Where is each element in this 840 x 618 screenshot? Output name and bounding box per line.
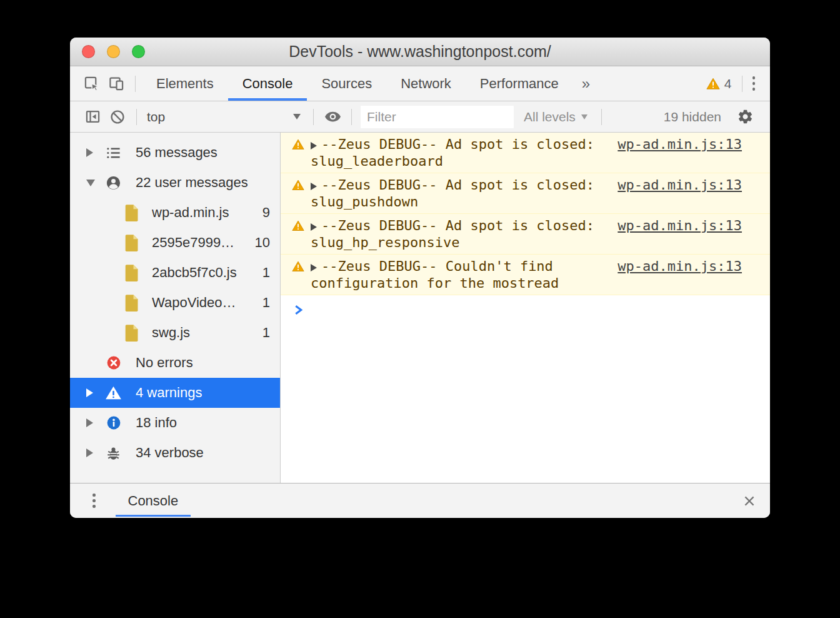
devtools-tab-bar: Elements Console Sources Network Perform…: [70, 66, 770, 101]
message-count: 9: [262, 205, 270, 221]
sidebar-item-label: 22 user messages: [136, 175, 270, 191]
message-text[interactable]: --Zeus DEBUG-- Ad spot is closed: slug_h…: [311, 217, 610, 251]
sidebar-item-label: 4 warnings: [136, 385, 270, 401]
console-warning-message[interactable]: --Zeus DEBUG-- Ad spot is closed: slug_p…: [281, 173, 770, 214]
close-drawer-button[interactable]: [742, 494, 756, 508]
message-count: 1: [262, 325, 270, 341]
tab-label: Network: [401, 76, 451, 92]
zoom-window-button[interactable]: [132, 45, 145, 58]
divider: [601, 109, 602, 125]
error-icon: [105, 355, 122, 371]
context-label: top: [147, 109, 165, 124]
source-link[interactable]: wp-ad.min.js:13: [618, 176, 742, 193]
sidebar-item-file[interactable]: WapoVideo… 1: [70, 288, 280, 318]
message-text[interactable]: --Zeus DEBUG-- Ad spot is closed: slug_p…: [311, 176, 610, 210]
expand-triangle-icon[interactable]: [311, 264, 317, 271]
tab-label: Performance: [480, 76, 559, 92]
console-sidebar-icon: [84, 108, 101, 125]
caret-down-icon[interactable]: [86, 180, 95, 186]
tab-performance[interactable]: Performance: [466, 66, 573, 101]
expand-triangle-icon[interactable]: [311, 223, 317, 231]
warning-count-badge[interactable]: 4: [702, 76, 736, 91]
sidebar-item-file[interactable]: 2595e7999… 10: [70, 228, 280, 258]
divider: [135, 76, 136, 92]
inspect-element-button[interactable]: [79, 71, 104, 96]
expand-triangle-icon[interactable]: [311, 142, 317, 149]
tab-label: Elements: [156, 76, 214, 92]
file-icon: [122, 264, 139, 281]
eye-icon: [324, 108, 341, 125]
sidebar-item-warnings[interactable]: 4 warnings: [70, 378, 280, 408]
expand-triangle-icon[interactable]: [311, 183, 317, 190]
source-link[interactable]: wp-ad.min.js:13: [618, 258, 742, 275]
message-count: 1: [262, 265, 270, 281]
title-bar[interactable]: DevTools - www.washingtonpost.com/: [70, 38, 770, 66]
caret-right-icon[interactable]: [86, 388, 93, 397]
drawer-tab-console[interactable]: Console: [116, 484, 191, 518]
window-title: DevTools - www.washingtonpost.com/: [289, 43, 551, 61]
sidebar-item-file[interactable]: wp-ad.min.js 9: [70, 198, 280, 228]
tab-network[interactable]: Network: [386, 66, 466, 101]
sidebar-item-label: wp-ad.min.js: [152, 205, 258, 221]
close-icon: [742, 494, 756, 508]
warning-triangle-icon: [292, 220, 304, 232]
sidebar-item-file[interactable]: 2abcb5f7c0.js 1: [70, 258, 280, 288]
warning-triangle-icon: [292, 179, 304, 191]
levels-label: All levels: [524, 109, 576, 124]
file-icon: [122, 234, 139, 251]
console-toolbar: top All levels 19 hidden: [70, 101, 770, 133]
console-warning-message[interactable]: --Zeus DEBUG-- Ad spot is closed: slug_l…: [281, 133, 770, 173]
message-text[interactable]: --Zeus DEBUG-- Ad spot is closed: slug_l…: [311, 136, 610, 170]
sidebar-item-errors[interactable]: No errors: [70, 348, 280, 378]
source-link[interactable]: wp-ad.min.js:13: [618, 136, 742, 153]
toggle-console-sidebar-button[interactable]: [80, 104, 105, 129]
console-prompt[interactable]: [281, 295, 770, 316]
warning-triangle-icon: [105, 384, 122, 402]
tab-console[interactable]: Console: [228, 66, 308, 101]
sidebar-item-label: 18 info: [136, 415, 270, 431]
sidebar-item-verbose[interactable]: 34 verbose: [70, 438, 280, 468]
device-toolbar-icon: [108, 75, 125, 92]
console-warning-message[interactable]: --Zeus DEBUG-- Couldn't find configurati…: [281, 255, 770, 295]
message-text[interactable]: --Zeus DEBUG-- Couldn't find configurati…: [311, 258, 610, 291]
sidebar-item-all-messages[interactable]: 56 messages: [70, 138, 280, 168]
bug-icon: [105, 445, 122, 462]
close-window-button[interactable]: [82, 45, 95, 58]
execution-context-selector[interactable]: top: [143, 109, 307, 124]
message-count: 10: [255, 235, 270, 251]
sidebar-item-info[interactable]: 18 info: [70, 408, 280, 438]
console-settings-button[interactable]: [732, 104, 758, 129]
console-warning-message[interactable]: --Zeus DEBUG-- Ad spot is closed: slug_h…: [281, 214, 770, 255]
chevron-down-icon: [581, 114, 588, 119]
caret-right-icon[interactable]: [86, 448, 93, 457]
file-icon: [122, 294, 139, 312]
log-levels-dropdown[interactable]: All levels: [524, 109, 588, 124]
clear-console-button[interactable]: [105, 104, 130, 129]
toggle-device-toolbar-button[interactable]: [104, 71, 129, 96]
sidebar-item-label: WapoVideo…: [152, 295, 258, 311]
sidebar-item-label: 2abcb5f7c0.js: [152, 265, 258, 281]
console-messages-pane[interactable]: --Zeus DEBUG-- Ad spot is closed: slug_l…: [281, 133, 770, 483]
chevron-down-icon: [293, 114, 301, 119]
caret-right-icon[interactable]: [86, 148, 93, 157]
sidebar-item-label: 34 verbose: [136, 445, 270, 461]
sidebar-item-label: No errors: [136, 355, 270, 371]
drawer-menu-button[interactable]: [89, 494, 99, 508]
sidebar-item-user-messages[interactable]: 22 user messages: [70, 168, 280, 198]
tab-elements[interactable]: Elements: [142, 66, 228, 101]
sidebar-item-file[interactable]: swg.js 1: [70, 318, 280, 348]
minimize-window-button[interactable]: [107, 45, 120, 58]
traffic-lights: [82, 38, 145, 66]
warning-triangle-icon: [292, 260, 304, 273]
file-icon: [122, 324, 139, 342]
sidebar-item-label: 56 messages: [136, 144, 270, 161]
devtools-menu-button[interactable]: [749, 76, 759, 91]
user-icon: [105, 175, 122, 191]
live-expression-button[interactable]: [320, 104, 345, 129]
source-link[interactable]: wp-ad.min.js:13: [618, 217, 742, 234]
filter-input[interactable]: [361, 106, 514, 128]
more-tabs-button[interactable]: »: [573, 75, 599, 93]
hidden-messages-count: 19 hidden: [664, 109, 721, 124]
tab-sources[interactable]: Sources: [307, 66, 386, 101]
caret-right-icon[interactable]: [86, 418, 93, 427]
